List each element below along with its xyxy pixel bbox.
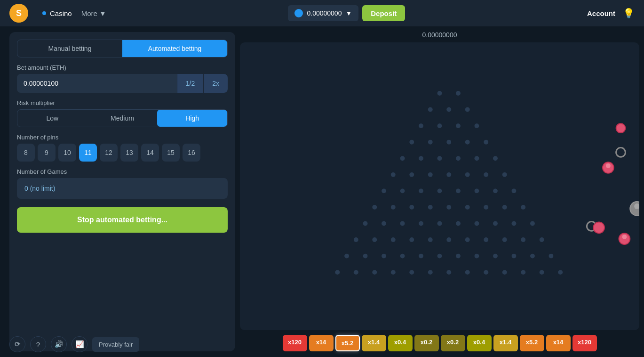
svg-point-55: [530, 221, 535, 226]
risk-medium-button[interactable]: Medium: [87, 110, 158, 127]
multiplier-cell-7: x0.4: [467, 335, 492, 351]
balance-button[interactable]: 0.00000000 ▼: [288, 5, 358, 21]
settings-icon-button[interactable]: ⟳: [9, 336, 25, 352]
svg-point-81: [372, 270, 377, 275]
svg-point-74: [475, 254, 479, 259]
svg-point-22: [391, 172, 396, 177]
casino-nav[interactable]: Casino: [42, 9, 72, 17]
svg-point-66: [540, 237, 544, 242]
svg-point-67: [344, 254, 349, 259]
bet-input[interactable]: [17, 74, 177, 93]
balance-display: 0.00000000: [240, 31, 639, 39]
svg-point-14: [465, 140, 470, 145]
double-button[interactable]: 2x: [203, 74, 228, 93]
footer-bar: ⟳ ? 🔊 📈 Provably fair: [0, 332, 149, 357]
header-right: Account 💡: [587, 8, 635, 19]
provably-fair-button[interactable]: Provably fair: [92, 337, 139, 352]
stop-button[interactable]: Stop automated betting...: [17, 207, 228, 233]
more-nav[interactable]: More ▼: [81, 9, 106, 17]
svg-point-54: [512, 221, 517, 226]
svg-point-61: [446, 237, 451, 242]
svg-point-65: [521, 237, 525, 242]
pin-button-10[interactable]: 10: [58, 144, 76, 162]
pins-row: 8910111213141516: [17, 144, 228, 162]
multiplier-cell-2: x5.2: [335, 335, 360, 351]
risk-low-button[interactable]: Low: [17, 110, 87, 127]
svg-point-70: [400, 254, 405, 259]
betting-tabs: Manual betting Automated betting: [17, 40, 228, 57]
svg-point-73: [456, 254, 461, 259]
risk-label: Risk multiplier: [17, 99, 228, 106]
svg-point-45: [521, 205, 525, 210]
account-button[interactable]: Account: [587, 9, 615, 17]
svg-point-78: [549, 254, 553, 259]
stats-icon-button[interactable]: 📈: [72, 336, 87, 352]
svg-point-16: [400, 156, 405, 161]
svg-point-26: [465, 172, 470, 177]
games-section: Number of Games: [17, 168, 228, 199]
svg-point-76: [512, 254, 517, 259]
svg-point-40: [428, 205, 433, 210]
svg-point-5: [446, 107, 451, 112]
svg-point-105: [593, 222, 604, 234]
svg-point-89: [521, 270, 525, 275]
svg-point-69: [382, 254, 386, 259]
deposit-button[interactable]: Deposit: [362, 5, 405, 21]
left-panel: Manual betting Automated betting Bet amo…: [9, 32, 235, 351]
pin-button-14[interactable]: 14: [141, 144, 159, 162]
bet-input-row: 1/2 2x: [17, 74, 228, 93]
tab-automated[interactable]: Automated betting: [122, 40, 227, 57]
pin-button-12[interactable]: 12: [100, 144, 118, 162]
pin-button-13[interactable]: 13: [120, 144, 138, 162]
game-area: 0.00000000: [235, 26, 644, 357]
svg-point-59: [409, 237, 414, 242]
pin-button-16[interactable]: 16: [183, 144, 200, 162]
tab-manual[interactable]: Manual betting: [17, 40, 122, 57]
svg-point-9: [456, 123, 461, 128]
pin-button-11[interactable]: 11: [79, 144, 97, 162]
svg-point-12: [428, 140, 433, 145]
svg-point-107: [622, 235, 627, 239]
svg-point-35: [493, 188, 498, 193]
svg-point-90: [540, 270, 544, 275]
multiplier-cell-8: x1.4: [493, 335, 518, 351]
bet-amount-section: Bet amount (ETH) 1/2 2x: [17, 64, 228, 93]
svg-point-88: [502, 270, 507, 275]
svg-point-31: [419, 188, 423, 193]
svg-point-6: [465, 107, 470, 112]
svg-point-85: [446, 270, 451, 275]
svg-point-24: [428, 172, 433, 177]
svg-point-60: [428, 237, 433, 242]
logo: S: [9, 4, 28, 23]
falling-balls: [587, 123, 639, 269]
svg-point-21: [493, 156, 498, 161]
multiplier-strip: x120x14x5.2x1.4x0.4x0.2x0.2x0.4x1.4x5.2x…: [240, 330, 639, 357]
svg-point-83: [409, 270, 414, 275]
pin-button-8[interactable]: 8: [17, 144, 35, 162]
svg-point-71: [419, 254, 423, 259]
svg-point-27: [484, 172, 488, 177]
risk-high-button[interactable]: High: [157, 110, 227, 127]
svg-point-49: [419, 221, 423, 226]
svg-point-13: [446, 140, 451, 145]
peg-grid: [335, 91, 563, 275]
svg-point-25: [446, 172, 451, 177]
svg-point-19: [456, 156, 461, 161]
pin-button-9[interactable]: 9: [38, 144, 56, 162]
svg-point-58: [391, 237, 396, 242]
svg-point-20: [475, 156, 479, 161]
multiplier-cell-11: x120: [572, 335, 597, 351]
theme-toggle-icon[interactable]: 💡: [623, 8, 635, 19]
main-layout: Manual betting Automated betting Bet amo…: [0, 26, 644, 357]
svg-point-80: [354, 270, 358, 275]
half-button[interactable]: 1/2: [177, 74, 203, 93]
info-icon-button[interactable]: ?: [30, 336, 46, 352]
pins-section: Number of pins 8910111213141516: [17, 134, 228, 162]
svg-point-57: [372, 237, 377, 242]
svg-point-2: [437, 91, 442, 96]
games-input[interactable]: [17, 178, 228, 199]
volume-icon-button[interactable]: 🔊: [51, 336, 67, 352]
svg-point-38: [391, 205, 396, 210]
svg-point-56: [354, 237, 358, 242]
pin-button-15[interactable]: 15: [162, 144, 180, 162]
